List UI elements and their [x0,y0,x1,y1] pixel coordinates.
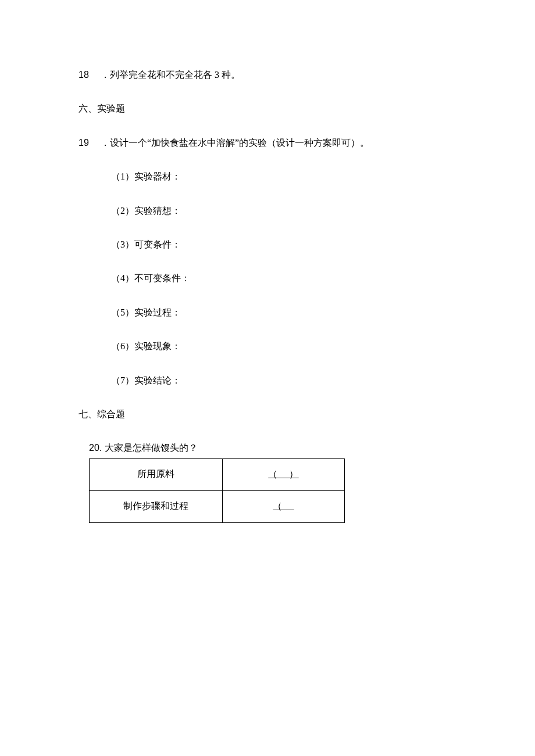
q20-table: 所用原料 （ ） 制作步骤和过程 （ [89,458,345,523]
q19-item-5: （5）实验过程： [111,306,456,319]
question-20: 20. 大家是怎样做馒头的？ [89,442,456,454]
question-18: 18 ．列举完全花和不完全花各 3 种。 [79,69,456,81]
question-sep: ． [98,70,110,80]
question-text: 大家是怎样做馒头的？ [105,443,198,453]
blank-text: （ ） [268,469,298,479]
q19-item-7: （7）实验结论： [111,374,456,387]
document-page: 18 ．列举完全花和不完全花各 3 种。 六、实验题 19 ．设计一个“加快食盐… [0,0,535,756]
q19-item-4: （4）不可变条件： [111,272,456,285]
table-cell-label: 制作步骤和过程 [90,490,223,522]
blank-text: （ [273,501,294,511]
section-6-heading: 六、实验题 [79,102,456,115]
question-number: 20. [89,443,105,453]
question-19: 19 ．设计一个“加快食盐在水中溶解”的实验（设计一种方案即可）。 [79,137,456,149]
q19-item-6: （6）实验现象： [111,340,456,353]
table-cell-blank: （ [222,490,344,522]
question-text: 列举完全花和不完全花各 3 种。 [110,70,240,80]
q19-item-3: （3）可变条件： [111,238,456,251]
question-number: 19 [79,137,98,149]
q19-item-1: （1）实验器材： [111,170,456,183]
table-cell-label: 所用原料 [90,458,223,490]
question-text: 设计一个“加快食盐在水中溶解”的实验（设计一种方案即可）。 [110,138,369,148]
q19-item-2: （2）实验猜想： [111,205,456,217]
question-sep: ． [98,138,110,148]
question-number: 18 [79,69,98,81]
table-row: 制作步骤和过程 （ [90,490,345,522]
table-cell-blank: （ ） [222,458,344,490]
table-row: 所用原料 （ ） [90,458,345,490]
section-7-heading: 七、综合题 [79,408,456,421]
